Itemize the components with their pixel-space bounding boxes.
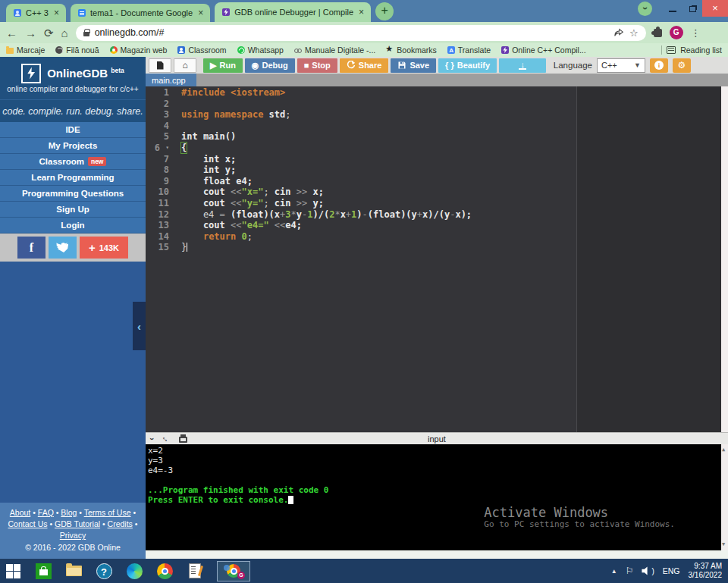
browser-tab[interactable]: C++ 3× xyxy=(6,4,66,22)
download-button[interactable]: ↓ xyxy=(499,58,546,73)
twitter-button[interactable] xyxy=(49,237,77,259)
code-token: float e4; xyxy=(181,176,253,186)
brand-block[interactable]: OnlineGDB beta online compiler and debug… xyxy=(0,57,146,99)
url-text[interactable]: onlinegdb.com/# xyxy=(95,27,608,38)
my-projects-button[interactable]: ⌂ xyxy=(174,58,196,73)
url-bar[interactable]: onlinegdb.com/# ☆ xyxy=(76,25,646,41)
new-badge: new xyxy=(88,157,107,166)
sidebar-item-sign-up[interactable]: Sign Up xyxy=(0,202,146,218)
store-button[interactable] xyxy=(35,563,52,579)
edge-button[interactable] xyxy=(126,563,143,579)
new-tab-button[interactable]: + xyxy=(375,2,394,20)
sidebar-item-classroom[interactable]: Classroomnew xyxy=(0,154,146,170)
footer-link[interactable]: Credits xyxy=(108,519,133,528)
action-center-flag-icon[interactable]: ⚐ xyxy=(626,566,634,576)
code-token: << xyxy=(231,186,241,197)
code-line: cout <<"y="; cin >> y; xyxy=(181,198,472,209)
tab-close-icon[interactable]: × xyxy=(53,8,60,18)
sidebar-item-login[interactable]: Login xyxy=(0,218,146,234)
footer-link[interactable]: Contact Us xyxy=(8,519,48,528)
console-output[interactable]: x=2y=3e4=-3 ...Program finished with exi… xyxy=(146,444,728,550)
file-explorer-button[interactable] xyxy=(65,563,82,579)
debug-button[interactable]: ◉Debug xyxy=(245,58,295,73)
run-button[interactable]: ▶Run xyxy=(203,58,243,73)
file-tab-main-cpp[interactable]: main.cpp xyxy=(146,74,196,86)
help-button[interactable]: ? xyxy=(96,563,112,579)
sidebar-collapse-handle[interactable]: ‹ xyxy=(133,302,146,350)
bookmark-item[interactable]: Magazin web xyxy=(110,45,168,55)
reload-button[interactable]: ⟳ xyxy=(44,27,54,39)
scroll-up-icon[interactable]: ▲ xyxy=(722,445,725,455)
chrome-button[interactable] xyxy=(156,563,173,579)
home-button[interactable]: ⌂ xyxy=(61,27,68,39)
browser-tab[interactable]: tema1 - Documente Google× xyxy=(71,4,210,22)
stop-button[interactable]: ■Stop xyxy=(297,58,337,73)
minimize-button[interactable] xyxy=(663,2,682,15)
start-button[interactable] xyxy=(5,563,21,579)
language-select[interactable]: C++▼ xyxy=(597,58,645,73)
bookmark-item[interactable]: Classroom xyxy=(177,45,226,55)
notes-button[interactable] xyxy=(187,563,203,579)
code-editor[interactable]: 123456 ▾789101112131415 #include <iostre… xyxy=(146,86,728,432)
line-number: 11 xyxy=(146,198,169,209)
new-file-button[interactable] xyxy=(149,58,171,73)
bookmark-item[interactable]: Translate xyxy=(447,45,491,55)
bookmark-star-icon[interactable]: ☆ xyxy=(629,28,639,38)
active-chrome-window-button[interactable]: G xyxy=(217,561,250,581)
footer-link[interactable]: About xyxy=(10,508,30,517)
bookmark-item[interactable]: Filă nouă xyxy=(55,45,99,55)
console-scrollbar[interactable]: ▲ ▼ xyxy=(721,444,728,550)
sidebar-item-learn-programming[interactable]: Learn Programming xyxy=(0,170,146,186)
forward-button[interactable]: → xyxy=(25,27,36,39)
bookmark-item[interactable]: Bookmarks xyxy=(386,45,437,55)
code-token xyxy=(269,220,275,230)
person-blue-icon xyxy=(14,9,21,17)
scroll-down-icon[interactable]: ▼ xyxy=(722,540,725,550)
sidebar-item-ide[interactable]: IDE xyxy=(0,122,146,138)
info-button[interactable]: i xyxy=(650,58,668,73)
profile-avatar[interactable]: G xyxy=(670,26,683,39)
profile-chevron-button[interactable]: › xyxy=(638,2,652,16)
keyboard-language[interactable]: ENG xyxy=(663,566,680,575)
reading-list-label[interactable]: Reading list xyxy=(680,45,722,55)
share-button[interactable]: Share xyxy=(340,58,389,73)
code-token: << xyxy=(275,220,285,230)
browser-tab[interactable]: GDB online Debugger | Compile× xyxy=(215,2,371,22)
volume-button[interactable]: ) xyxy=(642,566,654,575)
bookmark-item[interactable]: Online C++ Compil... xyxy=(501,45,585,55)
bookmark-item[interactable]: Whatsapp xyxy=(237,45,284,55)
save-button[interactable]: Save xyxy=(391,58,436,73)
chevron-down-icon: ▼ xyxy=(634,61,641,69)
beautify-button[interactable]: { }Beautify xyxy=(438,58,497,73)
tab-close-icon[interactable]: × xyxy=(197,8,204,18)
share-icon[interactable] xyxy=(613,27,624,38)
footer-link[interactable]: FAQ xyxy=(38,508,54,517)
facebook-button[interactable]: f xyxy=(17,237,46,259)
window-thumbnail-dot xyxy=(224,565,230,571)
language-label: Language xyxy=(554,61,592,70)
tab-close-icon[interactable]: × xyxy=(358,7,365,17)
lock-icon[interactable] xyxy=(83,32,89,36)
settings-button[interactable]: ⚙ xyxy=(673,58,691,73)
code-token: cout xyxy=(181,186,231,197)
code-token: <iostream> xyxy=(231,87,285,98)
footer-link[interactable]: Blog xyxy=(61,508,77,517)
beta-label: beta xyxy=(111,67,124,74)
sidebar-item-my-projects[interactable]: My Projects xyxy=(0,138,146,154)
bookmark-item[interactable]: Manuale Digitale -... xyxy=(294,45,375,55)
console-line: x=2 xyxy=(148,446,726,456)
footer-link[interactable]: Terms of Use xyxy=(84,508,131,517)
clock[interactable]: 9:37 AM 3/16/2022 xyxy=(689,562,723,580)
footer-link[interactable]: GDB Tutorial xyxy=(55,519,100,528)
menu-dots-icon[interactable]: ⋮ xyxy=(691,27,701,39)
follow-count-button[interactable]: +143K xyxy=(80,237,128,259)
code-token: x); xyxy=(455,209,472,220)
restore-button[interactable] xyxy=(682,2,702,15)
hidden-icons-button[interactable]: ▲ xyxy=(611,568,617,575)
back-button[interactable]: ← xyxy=(6,27,17,39)
close-button[interactable]: × xyxy=(702,0,728,17)
bookmark-item[interactable]: Marcaje xyxy=(6,45,45,55)
sidebar-item-programming-questions[interactable]: Programming Questions xyxy=(0,186,146,202)
footer-link[interactable]: Privacy xyxy=(60,531,86,540)
extensions-puzzle-icon[interactable] xyxy=(654,29,662,37)
